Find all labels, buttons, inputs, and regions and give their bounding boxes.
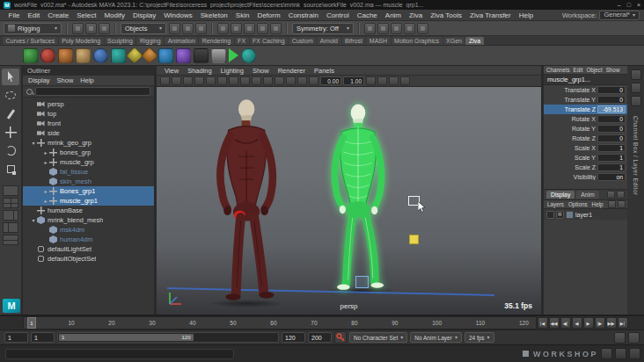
motion-blur-icon[interactable] — [400, 76, 410, 85]
outliner-item[interactable]: defaultLightSet — [23, 244, 154, 254]
menu-item[interactable]: Skin — [231, 11, 253, 19]
channel-box-menu-item[interactable]: Channels — [546, 67, 570, 73]
outliner-item[interactable]: defaultObjectSet — [23, 254, 154, 264]
close-button[interactable]: × — [637, 2, 640, 8]
select-tool[interactable] — [2, 69, 19, 85]
scale-tool[interactable] — [2, 161, 19, 177]
play-forward-button[interactable]: ▶ — [583, 317, 594, 329]
layout-two-pane-side[interactable] — [3, 210, 18, 221]
viewport-menu-item[interactable]: Panels — [311, 67, 338, 75]
construction-history-icon[interactable] — [364, 23, 376, 34]
workspace-value[interactable]: General* ▾ — [599, 11, 640, 20]
go-to-end-button[interactable]: ▶| — [618, 317, 628, 329]
selection-mask-selector[interactable]: Objects ▾ — [121, 23, 166, 34]
gamma-field[interactable]: 1.00 — [343, 76, 364, 85]
outliner-menu-item[interactable]: Display — [28, 76, 50, 84]
new-scene-icon[interactable] — [72, 23, 84, 34]
screen-space-ao-icon[interactable] — [389, 76, 399, 85]
shadows-icon[interactable] — [377, 76, 387, 85]
channel-attribute-row[interactable]: Scale Z 1 — [544, 163, 627, 172]
anim-layer-selector[interactable]: No Anim Layer ▾ — [410, 332, 462, 343]
channel-value-field[interactable]: 1 — [597, 144, 626, 152]
grease-pencil-icon[interactable] — [229, 76, 238, 85]
layout-stacked[interactable] — [3, 235, 18, 245]
new-layer-selected-icon[interactable] — [618, 200, 626, 208]
viewport-menu-item[interactable]: Shading — [184, 67, 216, 75]
outliner-item[interactable]: bones_grp — [23, 148, 154, 157]
ziva-cloth-icon[interactable] — [58, 48, 73, 63]
layers-menu[interactable]: Layers — [547, 201, 564, 207]
shelf-tab[interactable]: MASH — [366, 37, 390, 45]
outliner-item[interactable]: mrink_geo_grp — [23, 138, 154, 148]
render-settings-icon[interactable] — [417, 23, 428, 34]
menu-item[interactable]: Ziva — [406, 11, 427, 19]
channel-value-field[interactable]: 0 — [597, 115, 626, 123]
channel-value-field[interactable]: 1 — [597, 154, 626, 162]
shelf-tab[interactable]: Motion Graphics — [392, 37, 443, 45]
open-scene-icon[interactable] — [85, 23, 97, 34]
tab-display[interactable]: Display — [546, 191, 574, 199]
menu-item[interactable]: Deform — [253, 11, 284, 19]
gate-mask-icon[interactable] — [274, 76, 284, 85]
animation-preferences-icon[interactable] — [628, 332, 640, 344]
viewport-canvas[interactable]: persp 35.1 fps — [157, 87, 541, 315]
auto-keyframe-toggle[interactable] — [334, 331, 347, 344]
content-browser-icon[interactable] — [615, 348, 626, 359]
channel-value-field[interactable]: -69.513 — [597, 105, 626, 113]
selected-object-name[interactable]: muscle_grp1... — [544, 75, 627, 85]
shelf-tab[interactable]: XGen — [443, 37, 465, 45]
channel-attribute-row[interactable]: Translate X 0 — [544, 85, 627, 95]
menu-set-selector[interactable]: Rigging ▾ — [4, 23, 62, 34]
menu-item[interactable]: Ziva Transfer — [466, 11, 516, 19]
step-back-key-button[interactable]: ◀◀ — [549, 317, 560, 329]
channel-value-field[interactable]: 1 — [597, 163, 626, 171]
channel-box-menu-item[interactable]: Object — [586, 67, 602, 73]
outliner-item[interactable]: msk4dm — [23, 225, 154, 235]
snap-curve-icon[interactable] — [231, 23, 242, 34]
ziva-bone-icon[interactable] — [40, 48, 55, 63]
menu-item[interactable]: Anim — [381, 11, 405, 19]
ziva-tissue-icon[interactable] — [23, 48, 38, 63]
layer-mini-icon[interactable] — [617, 191, 625, 199]
select-component-icon[interactable] — [195, 23, 207, 34]
resolution-gate-icon[interactable] — [263, 76, 273, 85]
menu-item[interactable]: Skeleton — [196, 11, 231, 19]
outliner-item[interactable]: side — [23, 128, 154, 138]
outliner-menu-item[interactable]: Show — [57, 76, 74, 84]
expand-arrow-icon[interactable] — [42, 149, 49, 156]
shelf-tab[interactable]: Custom — [289, 37, 316, 45]
viewport-menu-item[interactable]: Renderer — [274, 67, 309, 75]
outliner-item[interactable]: humanBase — [23, 206, 154, 215]
menu-item[interactable]: Edit — [24, 11, 44, 19]
film-gate-icon[interactable] — [252, 76, 261, 85]
help-menu[interactable]: Help — [592, 201, 604, 207]
mute-playback-icon[interactable] — [614, 332, 626, 344]
layout-single-pane[interactable] — [3, 185, 18, 196]
move-tool[interactable] — [2, 124, 19, 141]
outliner-item[interactable]: muscle_grp — [23, 157, 154, 167]
rotate-tool[interactable] — [2, 142, 19, 159]
playback-speed-selector[interactable]: 24 fps ▾ — [465, 332, 494, 343]
expand-arrow-icon[interactable] — [42, 198, 49, 204]
channel-attribute-row[interactable]: Scale X 1 — [544, 143, 627, 153]
menu-item[interactable]: Control — [322, 11, 353, 19]
shelf-tab[interactable]: Rigging — [136, 37, 164, 45]
save-scene-icon[interactable] — [99, 23, 110, 34]
channel-value-field[interactable]: 0 — [597, 134, 626, 142]
snap-point-icon[interactable] — [244, 23, 255, 34]
play-backwards-button[interactable]: ◀ — [572, 317, 582, 329]
outliner-item[interactable]: muscle_grp1 — [23, 196, 154, 206]
menu-item[interactable]: Cache — [353, 11, 381, 19]
shelf-tab[interactable]: Rendering — [199, 37, 233, 45]
ziva-rest-shape-icon[interactable] — [158, 48, 173, 63]
sidebar-tab-label[interactable]: Channel Box / Layer Editor — [633, 116, 639, 196]
image-plane-icon[interactable] — [206, 76, 216, 85]
channel-attribute-row[interactable]: Scale Y 1 — [544, 153, 627, 163]
step-back-frame-button[interactable]: ◀| — [560, 317, 571, 329]
expand-arrow-icon[interactable] — [30, 140, 37, 146]
expand-arrow-icon[interactable] — [42, 159, 49, 165]
layer-display-type-toggle[interactable]: R — [556, 211, 564, 219]
ziva-material-icon[interactable] — [111, 48, 126, 63]
shelf-tab[interactable]: Poly Modeling — [59, 37, 104, 45]
display-layer-row[interactable]: R layer1 — [544, 209, 627, 220]
